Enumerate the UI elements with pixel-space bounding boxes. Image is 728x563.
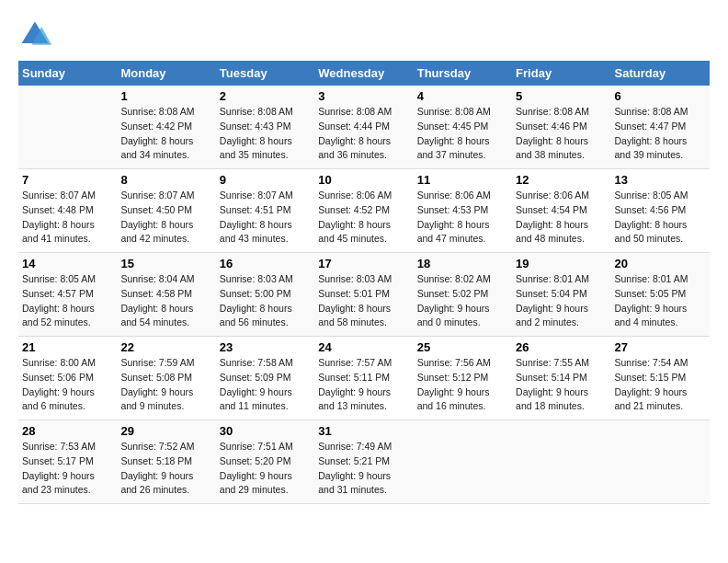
day-detail: Sunrise: 8:07 AMSunset: 4:50 PMDaylight:… xyxy=(120,189,211,247)
day-number: 24 xyxy=(318,340,409,354)
day-number: 30 xyxy=(220,424,311,438)
day-number: 2 xyxy=(220,89,311,103)
calendar-cell: 23Sunrise: 7:58 AMSunset: 5:09 PMDayligh… xyxy=(216,337,314,420)
day-detail: Sunrise: 8:06 AMSunset: 4:54 PMDaylight:… xyxy=(516,189,607,247)
day-header-saturday: Saturday xyxy=(611,61,710,86)
day-number: 14 xyxy=(22,257,113,270)
day-detail: Sunrise: 7:49 AMSunset: 5:21 PMDaylight:… xyxy=(318,440,409,498)
day-number: 22 xyxy=(120,340,211,354)
calendar-cell: 19Sunrise: 8:01 AMSunset: 5:04 PMDayligh… xyxy=(512,253,610,337)
day-number: 26 xyxy=(516,340,607,354)
day-detail: Sunrise: 7:59 AMSunset: 5:08 PMDaylight:… xyxy=(120,356,211,414)
day-detail: Sunrise: 8:07 AMSunset: 4:51 PMDaylight:… xyxy=(220,189,311,247)
day-number: 18 xyxy=(417,257,508,270)
day-header-monday: Monday xyxy=(117,61,215,86)
day-detail: Sunrise: 8:05 AMSunset: 4:56 PMDaylight:… xyxy=(615,189,706,247)
calendar-cell: 10Sunrise: 8:06 AMSunset: 4:52 PMDayligh… xyxy=(314,169,413,253)
calendar-cell: 16Sunrise: 8:03 AMSunset: 5:00 PMDayligh… xyxy=(216,253,314,337)
day-number: 12 xyxy=(516,173,607,187)
day-number: 28 xyxy=(22,424,113,438)
calendar-cell: 6Sunrise: 8:08 AMSunset: 4:47 PMDaylight… xyxy=(611,86,710,169)
day-detail: Sunrise: 8:02 AMSunset: 5:02 PMDaylight:… xyxy=(417,272,508,330)
calendar-cell: 11Sunrise: 8:06 AMSunset: 4:53 PMDayligh… xyxy=(414,169,512,253)
logo-icon xyxy=(18,18,51,52)
day-detail: Sunrise: 8:08 AMSunset: 4:43 PMDaylight:… xyxy=(220,105,311,163)
calendar-week-row: 7Sunrise: 8:07 AMSunset: 4:48 PMDaylight… xyxy=(18,169,710,253)
day-number: 31 xyxy=(318,424,409,438)
day-detail: Sunrise: 8:08 AMSunset: 4:42 PMDaylight:… xyxy=(120,105,211,163)
day-number: 8 xyxy=(120,173,211,187)
day-number: 29 xyxy=(120,424,211,438)
day-detail: Sunrise: 8:01 AMSunset: 5:05 PMDaylight:… xyxy=(615,272,706,330)
day-detail: Sunrise: 8:08 AMSunset: 4:44 PMDaylight:… xyxy=(318,105,409,163)
day-detail: Sunrise: 7:54 AMSunset: 5:15 PMDaylight:… xyxy=(615,356,706,414)
day-number: 20 xyxy=(615,257,706,270)
calendar-cell: 31Sunrise: 7:49 AMSunset: 5:21 PMDayligh… xyxy=(314,420,413,504)
day-header-friday: Friday xyxy=(512,61,610,86)
calendar-cell xyxy=(512,420,610,504)
day-number: 19 xyxy=(516,257,607,270)
day-detail: Sunrise: 7:51 AMSunset: 5:20 PMDaylight:… xyxy=(220,440,311,498)
day-number: 13 xyxy=(615,173,706,187)
day-detail: Sunrise: 7:56 AMSunset: 5:12 PMDaylight:… xyxy=(417,356,508,414)
calendar-cell: 21Sunrise: 8:00 AMSunset: 5:06 PMDayligh… xyxy=(18,337,117,420)
day-header-tuesday: Tuesday xyxy=(216,61,314,86)
day-detail: Sunrise: 7:53 AMSunset: 5:17 PMDaylight:… xyxy=(22,440,113,498)
calendar-cell: 28Sunrise: 7:53 AMSunset: 5:17 PMDayligh… xyxy=(18,420,117,504)
page-header xyxy=(18,18,710,52)
day-detail: Sunrise: 7:57 AMSunset: 5:11 PMDaylight:… xyxy=(318,356,409,414)
logo xyxy=(18,18,57,52)
day-number: 15 xyxy=(120,257,211,270)
calendar-cell: 7Sunrise: 8:07 AMSunset: 4:48 PMDaylight… xyxy=(18,169,117,253)
calendar-week-row: 21Sunrise: 8:00 AMSunset: 5:06 PMDayligh… xyxy=(18,337,710,420)
day-detail: Sunrise: 8:01 AMSunset: 5:04 PMDaylight:… xyxy=(516,272,607,330)
day-detail: Sunrise: 8:06 AMSunset: 4:52 PMDaylight:… xyxy=(318,189,409,247)
day-number: 21 xyxy=(22,340,113,354)
day-detail: Sunrise: 8:03 AMSunset: 5:01 PMDaylight:… xyxy=(318,272,409,330)
day-number: 16 xyxy=(220,257,311,270)
day-number: 7 xyxy=(22,173,113,187)
day-number: 17 xyxy=(318,257,409,270)
day-detail: Sunrise: 7:58 AMSunset: 5:09 PMDaylight:… xyxy=(220,356,311,414)
calendar-cell: 2Sunrise: 8:08 AMSunset: 4:43 PMDaylight… xyxy=(216,86,314,169)
day-number: 11 xyxy=(417,173,508,187)
calendar-cell: 4Sunrise: 8:08 AMSunset: 4:45 PMDaylight… xyxy=(414,86,512,169)
calendar-cell: 15Sunrise: 8:04 AMSunset: 4:58 PMDayligh… xyxy=(117,253,215,337)
calendar-week-row: 1Sunrise: 8:08 AMSunset: 4:42 PMDaylight… xyxy=(18,86,710,169)
calendar-cell: 25Sunrise: 7:56 AMSunset: 5:12 PMDayligh… xyxy=(414,337,512,420)
day-number: 5 xyxy=(516,89,607,103)
day-number: 25 xyxy=(417,340,508,354)
calendar-week-row: 14Sunrise: 8:05 AMSunset: 4:57 PMDayligh… xyxy=(18,253,710,337)
day-detail: Sunrise: 8:06 AMSunset: 4:53 PMDaylight:… xyxy=(417,189,508,247)
day-number: 4 xyxy=(417,89,508,103)
day-header-thursday: Thursday xyxy=(414,61,512,86)
day-detail: Sunrise: 8:00 AMSunset: 5:06 PMDaylight:… xyxy=(22,356,113,414)
calendar-cell: 26Sunrise: 7:55 AMSunset: 5:14 PMDayligh… xyxy=(512,337,610,420)
calendar-cell xyxy=(414,420,512,504)
day-header-sunday: Sunday xyxy=(18,61,117,86)
calendar-cell: 5Sunrise: 8:08 AMSunset: 4:46 PMDaylight… xyxy=(512,86,610,169)
day-detail: Sunrise: 8:07 AMSunset: 4:48 PMDaylight:… xyxy=(22,189,113,247)
calendar-cell: 3Sunrise: 8:08 AMSunset: 4:44 PMDaylight… xyxy=(314,86,413,169)
calendar-cell: 22Sunrise: 7:59 AMSunset: 5:08 PMDayligh… xyxy=(117,337,215,420)
calendar-cell xyxy=(18,86,117,169)
day-number: 6 xyxy=(615,89,706,103)
calendar-cell: 12Sunrise: 8:06 AMSunset: 4:54 PMDayligh… xyxy=(512,169,610,253)
calendar-header-row: SundayMondayTuesdayWednesdayThursdayFrid… xyxy=(18,61,710,86)
calendar-cell: 17Sunrise: 8:03 AMSunset: 5:01 PMDayligh… xyxy=(314,253,413,337)
day-detail: Sunrise: 8:03 AMSunset: 5:00 PMDaylight:… xyxy=(220,272,311,330)
calendar-cell: 27Sunrise: 7:54 AMSunset: 5:15 PMDayligh… xyxy=(611,337,710,420)
day-header-wednesday: Wednesday xyxy=(314,61,413,86)
day-number: 9 xyxy=(220,173,311,187)
day-detail: Sunrise: 8:08 AMSunset: 4:46 PMDaylight:… xyxy=(516,105,607,163)
day-number: 23 xyxy=(220,340,311,354)
day-detail: Sunrise: 8:08 AMSunset: 4:45 PMDaylight:… xyxy=(417,105,508,163)
calendar-cell: 29Sunrise: 7:52 AMSunset: 5:18 PMDayligh… xyxy=(117,420,215,504)
day-number: 27 xyxy=(615,340,706,354)
day-detail: Sunrise: 7:52 AMSunset: 5:18 PMDaylight:… xyxy=(120,440,211,498)
day-number: 1 xyxy=(120,89,211,103)
day-detail: Sunrise: 8:08 AMSunset: 4:47 PMDaylight:… xyxy=(615,105,706,163)
day-number: 3 xyxy=(318,89,409,103)
calendar-cell: 9Sunrise: 8:07 AMSunset: 4:51 PMDaylight… xyxy=(216,169,314,253)
calendar-table: SundayMondayTuesdayWednesdayThursdayFrid… xyxy=(18,61,710,504)
